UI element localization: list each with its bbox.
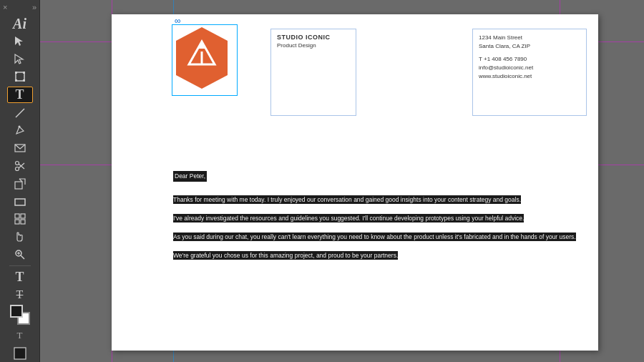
- rectangle-tool[interactable]: [7, 193, 33, 210]
- selection-icon: [14, 35, 26, 48]
- address-phone: T +1 408 456 7890: [479, 55, 580, 64]
- address-city: Santa Clara, CA ZIP: [479, 42, 580, 51]
- address-street: 1234 Main Street: [479, 34, 580, 42]
- svg-rect-17: [15, 214, 19, 218]
- toolbar-top-bar: × »: [0, 3, 39, 12]
- svg-marker-1: [15, 54, 23, 64]
- svg-rect-20: [21, 220, 25, 224]
- document-header: ∞ STUDIO ICONIC Product Design: [173, 26, 587, 151]
- place-tool[interactable]: [7, 140, 33, 157]
- svg-rect-5: [15, 79, 17, 82]
- paragraph-4-block: We're grateful you chose us for this ama…: [173, 248, 587, 260]
- toolbar: × » Ai T: [0, 0, 40, 362]
- grid-icon: [14, 212, 26, 225]
- address-block: 1234 Main Street Santa Clara, CA ZIP T +…: [472, 29, 587, 116]
- svg-line-22: [21, 255, 24, 259]
- svg-line-12: [19, 164, 24, 169]
- svg-line-13: [19, 163, 24, 168]
- paragraph-1-text: Thanks for meeting with me today. I trul…: [173, 195, 521, 204]
- transform-icon: [14, 70, 26, 83]
- svg-line-7: [16, 109, 24, 117]
- direct-selection-tool[interactable]: [7, 51, 33, 67]
- svg-rect-25: [14, 348, 26, 359]
- salutation-block: Dear Peter,: [173, 168, 587, 186]
- svg-rect-16: [15, 199, 25, 205]
- address-email: info@studioiconic.net: [479, 64, 580, 72]
- paragraph-1-block: Thanks for meeting with me today. I trul…: [173, 192, 587, 205]
- direct-selection-icon: [14, 53, 26, 66]
- svg-point-10: [15, 162, 19, 165]
- expand-icon[interactable]: »: [32, 3, 36, 11]
- studio-info-block: STUDIO ICONIC Product Design: [270, 29, 356, 116]
- text-tool-label: T: [15, 87, 24, 102]
- salutation-text: Dear Peter,: [173, 171, 207, 182]
- screen-mode-icon: [14, 347, 26, 360]
- studio-info-content: STUDIO ICONIC Product Design: [271, 29, 356, 53]
- paragraph-2-block: I've already investigated the resources …: [173, 210, 587, 223]
- svg-point-8: [18, 126, 20, 128]
- address-website: www.studioiconic.net: [479, 72, 580, 81]
- rectangle-icon: [14, 195, 26, 208]
- hexagon-logo: [173, 26, 230, 90]
- svg-line-15: [19, 179, 22, 182]
- svg-point-11: [15, 167, 19, 171]
- selection-tool[interactable]: [7, 33, 33, 49]
- text-tool-2-label: T: [15, 270, 24, 285]
- scale-icon: [14, 177, 26, 190]
- text-tool-3-label: T: [17, 330, 23, 341]
- canvas-area: ∞ STUDIO ICONIC Product Design: [40, 0, 644, 362]
- hand-icon: [14, 230, 26, 243]
- document-canvas[interactable]: ∞ STUDIO ICONIC Product Design: [112, 14, 598, 351]
- svg-rect-6: [23, 79, 25, 82]
- scissors-tool[interactable]: [7, 158, 33, 175]
- paragraph-2-text: I've already investigated the resources …: [173, 214, 524, 222]
- zoom-icon: [14, 248, 26, 261]
- line-tool[interactable]: [7, 104, 33, 121]
- hand-tool[interactable]: [7, 229, 33, 245]
- svg-rect-4: [23, 72, 25, 74]
- ai-label: Ai: [13, 16, 26, 31]
- svg-rect-19: [15, 220, 19, 224]
- paragraph-3-text: As you said during our chat, you really …: [173, 233, 576, 241]
- studio-name: STUDIO ICONIC: [277, 34, 350, 41]
- svg-rect-14: [15, 182, 22, 189]
- scale-tool[interactable]: [7, 175, 33, 192]
- link-icon: ∞: [175, 16, 181, 26]
- text-tool[interactable]: T: [7, 87, 33, 104]
- zoom-tool[interactable]: [7, 247, 33, 263]
- document-body: Dear Peter, Thanks for meeting with me t…: [173, 168, 587, 266]
- svg-rect-3: [15, 72, 17, 74]
- line-icon: [14, 107, 26, 119]
- svg-marker-0: [15, 36, 23, 46]
- text-tool-strikethrough[interactable]: T: [7, 287, 33, 303]
- foreground-swatch: [10, 305, 23, 318]
- text-strikethrough-label: T: [16, 288, 24, 301]
- text-tool-2[interactable]: T: [7, 269, 33, 285]
- screen-mode-tool[interactable]: [7, 345, 33, 361]
- pen-tool[interactable]: [7, 122, 33, 139]
- logo-area[interactable]: [173, 26, 236, 94]
- envelope-icon: [14, 142, 26, 155]
- scissors-icon: [14, 160, 26, 172]
- color-swatch-tool[interactable]: [7, 305, 33, 326]
- grid-tool[interactable]: [7, 211, 33, 228]
- paragraph-3-block: As you said during our chat, you really …: [173, 229, 587, 242]
- transform-tool[interactable]: [7, 69, 33, 85]
- close-icon[interactable]: ×: [3, 3, 7, 11]
- svg-rect-18: [21, 214, 25, 218]
- studio-subtitle: Product Design: [277, 42, 350, 49]
- paragraph-4-text: We're grateful you chose us for this ama…: [173, 251, 398, 260]
- toolbar-divider: [9, 265, 31, 266]
- text-tool-3[interactable]: T: [7, 328, 33, 344]
- color-swatches: [10, 305, 30, 325]
- ai-logo: Ai: [7, 16, 33, 32]
- pen-icon: [14, 124, 26, 137]
